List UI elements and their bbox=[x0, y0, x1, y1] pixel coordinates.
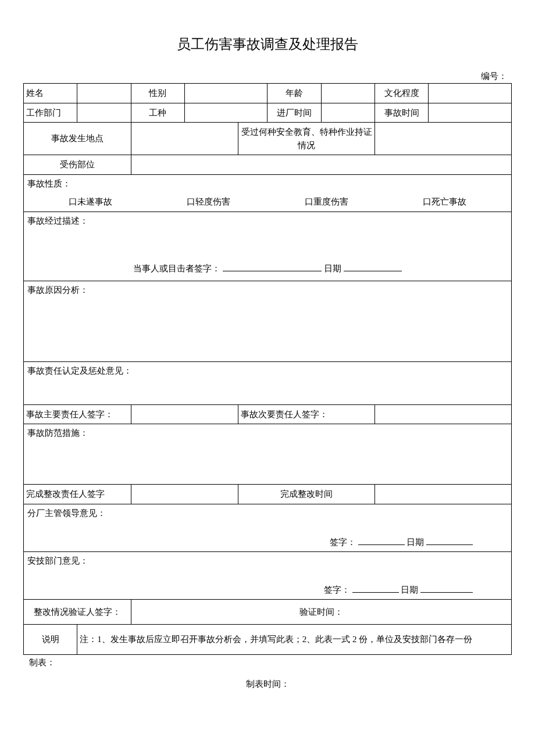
safety-opinion-cell[interactable]: 安技部门意见： 签字： 日期 bbox=[24, 551, 512, 599]
row-nature: 事故性质： bbox=[24, 174, 512, 192]
row-basic-2: 工作部门 工种 进厂时间 事故时间 bbox=[24, 103, 512, 123]
cause-cell[interactable]: 事故原因分析： bbox=[24, 281, 512, 361]
row-notes: 说明 注：1、发生事故后应立即召开事故分析会，并填写此表；2、此表一式 2 份，… bbox=[24, 625, 512, 655]
safety-sign-line: 签字： 日期 bbox=[27, 583, 508, 597]
worktype-label: 工种 bbox=[131, 103, 184, 123]
location-value[interactable] bbox=[131, 123, 238, 155]
row-cause: 事故原因分析： bbox=[24, 281, 512, 361]
nature-opt-near-miss[interactable]: 口未遂事故 bbox=[33, 195, 148, 209]
acctime-label: 事故时间 bbox=[375, 103, 429, 123]
acctime-value[interactable] bbox=[429, 103, 512, 123]
name-value[interactable] bbox=[77, 84, 131, 103]
rectify-person-label: 完成整改责任人签字 bbox=[24, 485, 131, 504]
age-label: 年龄 bbox=[268, 84, 321, 103]
row-verify: 整改情况验证人签字： 验证时间： bbox=[24, 599, 512, 625]
witness-sign-blank[interactable] bbox=[223, 262, 322, 271]
rectify-person-value[interactable] bbox=[131, 485, 238, 504]
branch-opinion-cell[interactable]: 分厂主管领导意见： 签字： 日期 bbox=[24, 504, 512, 551]
rectify-time-label: 完成整改时间 bbox=[238, 485, 375, 504]
notes-text: 注：1、发生事故后应立即召开事故分析会，并填写此表；2、此表一式 2 份，单位及… bbox=[77, 625, 512, 655]
witness-date-blank[interactable] bbox=[344, 262, 402, 271]
training-label: 受过何种安全教育、特种作业持证情况 bbox=[238, 123, 375, 155]
footer-maketime: 制表时间： bbox=[23, 679, 512, 690]
dept-value[interactable] bbox=[77, 103, 131, 123]
nature-cell: 事故性质： bbox=[24, 174, 512, 192]
row-responsible-sign: 事故主要责任人签字： 事故次要责任人签字： bbox=[24, 404, 512, 424]
rectify-time-value[interactable] bbox=[375, 485, 512, 504]
footer-maker: 制表： bbox=[23, 657, 512, 668]
location-label: 事故发生地点 bbox=[24, 123, 131, 155]
sec-resp-sign-label: 事故次要责任人签字： bbox=[238, 404, 375, 424]
branch-sign-line: 签字： 日期 bbox=[27, 536, 508, 549]
description-cell[interactable]: 事故经过描述： 当事人或目击者签字： 日期 bbox=[24, 212, 512, 281]
edu-label: 文化程度 bbox=[375, 84, 429, 103]
verify-person-label: 整改情况验证人签字： bbox=[24, 599, 131, 625]
verify-time-label: 验证时间： bbox=[299, 607, 343, 617]
nature-opt-severe[interactable]: 口重度伤害 bbox=[269, 195, 384, 209]
row-branch-opinion: 分厂主管领导意见： 签字： 日期 bbox=[24, 504, 512, 551]
row-prevention: 事故防范措施： bbox=[24, 424, 512, 485]
safety-date-blank[interactable] bbox=[420, 583, 473, 593]
witness-sign-line: 当事人或目击者签字： 日期 bbox=[27, 262, 508, 275]
worktype-value[interactable] bbox=[184, 103, 268, 123]
serial-number-label: 编号： bbox=[23, 71, 512, 82]
safety-sign-blank[interactable] bbox=[352, 583, 399, 593]
branch-sign-label: 签字： bbox=[330, 538, 356, 547]
nature-opt-death[interactable]: 口死亡事故 bbox=[387, 195, 502, 209]
row-location-training: 事故发生地点 受过何种安全教育、特种作业持证情况 bbox=[24, 123, 512, 155]
notes-label: 说明 bbox=[24, 625, 77, 655]
row-responsibility: 事故责任认定及惩处意见： bbox=[24, 361, 512, 404]
row-nature-options: 口未遂事故 口轻度伤害 口重度伤害 口死亡事故 bbox=[24, 192, 512, 212]
main-resp-sign-label: 事故主要责任人签字： bbox=[24, 404, 131, 424]
sec-resp-sign-value[interactable] bbox=[375, 404, 512, 424]
page-title: 员工伤害事故调查及处理报告 bbox=[23, 35, 512, 53]
entrytime-label: 进厂时间 bbox=[268, 103, 321, 123]
gender-label: 性别 bbox=[131, 84, 184, 103]
main-resp-sign-value[interactable] bbox=[131, 404, 238, 424]
branch-sign-blank[interactable] bbox=[358, 536, 405, 545]
gender-value[interactable] bbox=[184, 84, 268, 103]
description-label: 事故经过描述： bbox=[27, 214, 508, 228]
responsibility-label: 事故责任认定及惩处意见： bbox=[27, 364, 508, 378]
responsibility-cell[interactable]: 事故责任认定及惩处意见： bbox=[24, 361, 512, 404]
injury-part-label: 受伤部位 bbox=[24, 155, 131, 175]
main-form-table: 姓名 性别 年龄 文化程度 工作部门 工种 进厂时间 事故时间 事故发生地点 受… bbox=[23, 83, 512, 655]
row-safety-opinion: 安技部门意见： 签字： 日期 bbox=[24, 551, 512, 599]
witness-date-label: 日期 bbox=[324, 264, 341, 273]
prevention-label: 事故防范措施： bbox=[27, 427, 508, 440]
cause-label: 事故原因分析： bbox=[27, 284, 508, 297]
prevention-cell[interactable]: 事故防范措施： bbox=[24, 424, 512, 485]
edu-value[interactable] bbox=[429, 84, 512, 103]
branch-date-label: 日期 bbox=[406, 538, 424, 547]
row-rectify: 完成整改责任人签字 完成整改时间 bbox=[24, 485, 512, 504]
entrytime-value[interactable] bbox=[321, 103, 374, 123]
safety-sign-label: 签字： bbox=[324, 585, 350, 594]
witness-sign-prefix: 当事人或目击者签字： bbox=[133, 264, 220, 273]
name-label: 姓名 bbox=[24, 84, 77, 103]
training-value[interactable] bbox=[375, 123, 512, 155]
verify-time-cell[interactable]: 验证时间： bbox=[131, 599, 511, 625]
nature-opt-minor[interactable]: 口轻度伤害 bbox=[151, 195, 266, 209]
nature-options-cell: 口未遂事故 口轻度伤害 口重度伤害 口死亡事故 bbox=[24, 192, 512, 212]
dept-label: 工作部门 bbox=[24, 103, 77, 123]
row-description: 事故经过描述： 当事人或目击者签字： 日期 bbox=[24, 212, 512, 281]
safety-date-label: 日期 bbox=[401, 585, 418, 594]
branch-date-blank[interactable] bbox=[426, 536, 473, 545]
safety-opinion-label: 安技部门意见： bbox=[27, 554, 508, 568]
branch-opinion-label: 分厂主管领导意见： bbox=[27, 507, 508, 520]
injury-part-value[interactable] bbox=[131, 155, 511, 175]
row-injury-part: 受伤部位 bbox=[24, 155, 512, 175]
age-value[interactable] bbox=[321, 84, 374, 103]
row-basic-1: 姓名 性别 年龄 文化程度 bbox=[24, 84, 512, 103]
nature-label: 事故性质： bbox=[27, 177, 508, 191]
